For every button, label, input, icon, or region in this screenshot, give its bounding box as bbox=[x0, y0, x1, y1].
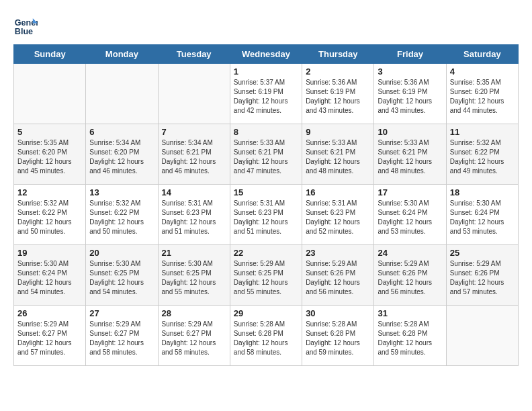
calendar-cell: 27Sunrise: 5:29 AM Sunset: 6:27 PM Dayli… bbox=[86, 306, 158, 366]
calendar-cell: 16Sunrise: 5:31 AM Sunset: 6:23 PM Dayli… bbox=[302, 185, 374, 245]
calendar-header-row: SundayMondayTuesdayWednesdayThursdayFrid… bbox=[14, 45, 519, 64]
day-number: 6 bbox=[89, 127, 154, 137]
calendar-week-row: 26Sunrise: 5:29 AM Sunset: 6:27 PM Dayli… bbox=[14, 306, 519, 366]
day-number: 24 bbox=[378, 248, 442, 258]
day-number: 29 bbox=[234, 308, 298, 318]
calendar-cell: 25Sunrise: 5:29 AM Sunset: 6:26 PM Dayli… bbox=[446, 245, 518, 306]
day-number: 25 bbox=[450, 248, 515, 258]
calendar-cell: 2Sunrise: 5:36 AM Sunset: 6:19 PM Daylig… bbox=[302, 64, 374, 124]
calendar-cell: 26Sunrise: 5:29 AM Sunset: 6:27 PM Dayli… bbox=[14, 306, 86, 366]
calendar-cell: 21Sunrise: 5:30 AM Sunset: 6:25 PM Dayli… bbox=[158, 245, 230, 306]
day-number: 28 bbox=[162, 308, 226, 318]
day-number: 13 bbox=[89, 187, 154, 197]
day-info: Sunrise: 5:36 AM Sunset: 6:19 PM Dayligh… bbox=[306, 78, 370, 116]
calendar-cell bbox=[446, 306, 518, 366]
calendar-cell: 11Sunrise: 5:32 AM Sunset: 6:22 PM Dayli… bbox=[446, 124, 518, 185]
day-of-week-header: Friday bbox=[374, 45, 446, 64]
logo: General Blue bbox=[13, 13, 40, 38]
day-info: Sunrise: 5:33 AM Sunset: 6:21 PM Dayligh… bbox=[306, 138, 370, 176]
calendar-cell: 10Sunrise: 5:33 AM Sunset: 6:21 PM Dayli… bbox=[374, 124, 446, 185]
day-of-week-header: Thursday bbox=[302, 45, 374, 64]
day-number: 14 bbox=[162, 187, 226, 197]
day-number: 4 bbox=[450, 66, 515, 77]
day-number: 20 bbox=[89, 248, 154, 258]
day-info: Sunrise: 5:28 AM Sunset: 6:28 PM Dayligh… bbox=[234, 320, 298, 357]
day-number: 3 bbox=[378, 66, 442, 77]
calendar-cell: 23Sunrise: 5:29 AM Sunset: 6:26 PM Dayli… bbox=[302, 245, 374, 306]
calendar-cell: 30Sunrise: 5:28 AM Sunset: 6:28 PM Dayli… bbox=[302, 306, 374, 366]
day-number: 2 bbox=[306, 66, 370, 77]
calendar-cell: 3Sunrise: 5:36 AM Sunset: 6:19 PM Daylig… bbox=[374, 64, 446, 124]
day-of-week-header: Wednesday bbox=[230, 45, 302, 64]
day-info: Sunrise: 5:29 AM Sunset: 6:26 PM Dayligh… bbox=[378, 259, 442, 297]
calendar-cell: 19Sunrise: 5:30 AM Sunset: 6:24 PM Dayli… bbox=[14, 245, 86, 306]
day-number: 22 bbox=[234, 248, 298, 258]
day-info: Sunrise: 5:36 AM Sunset: 6:19 PM Dayligh… bbox=[378, 78, 442, 116]
day-info: Sunrise: 5:30 AM Sunset: 6:24 PM Dayligh… bbox=[17, 259, 82, 297]
day-info: Sunrise: 5:32 AM Sunset: 6:22 PM Dayligh… bbox=[89, 199, 154, 236]
calendar-week-row: 5Sunrise: 5:35 AM Sunset: 6:20 PM Daylig… bbox=[14, 124, 519, 185]
calendar-cell: 6Sunrise: 5:34 AM Sunset: 6:20 PM Daylig… bbox=[86, 124, 158, 185]
day-info: Sunrise: 5:29 AM Sunset: 6:27 PM Dayligh… bbox=[17, 320, 82, 357]
calendar-cell bbox=[158, 64, 230, 124]
day-info: Sunrise: 5:30 AM Sunset: 6:24 PM Dayligh… bbox=[378, 199, 442, 236]
day-of-week-header: Saturday bbox=[446, 45, 518, 64]
calendar-cell: 9Sunrise: 5:33 AM Sunset: 6:21 PM Daylig… bbox=[302, 124, 374, 185]
day-number: 27 bbox=[89, 308, 154, 318]
calendar-cell: 24Sunrise: 5:29 AM Sunset: 6:26 PM Dayli… bbox=[374, 245, 446, 306]
day-info: Sunrise: 5:34 AM Sunset: 6:20 PM Dayligh… bbox=[89, 138, 154, 176]
day-number: 15 bbox=[234, 187, 298, 197]
calendar-week-row: 1Sunrise: 5:37 AM Sunset: 6:19 PM Daylig… bbox=[14, 64, 519, 124]
day-info: Sunrise: 5:33 AM Sunset: 6:21 PM Dayligh… bbox=[234, 138, 298, 176]
calendar-cell: 20Sunrise: 5:30 AM Sunset: 6:25 PM Dayli… bbox=[86, 245, 158, 306]
day-number: 23 bbox=[306, 248, 370, 258]
calendar-cell: 31Sunrise: 5:28 AM Sunset: 6:28 PM Dayli… bbox=[374, 306, 446, 366]
day-number: 12 bbox=[17, 187, 82, 197]
calendar-cell: 4Sunrise: 5:35 AM Sunset: 6:20 PM Daylig… bbox=[446, 64, 518, 124]
day-info: Sunrise: 5:35 AM Sunset: 6:20 PM Dayligh… bbox=[450, 78, 515, 116]
day-info: Sunrise: 5:28 AM Sunset: 6:28 PM Dayligh… bbox=[378, 320, 442, 357]
day-info: Sunrise: 5:28 AM Sunset: 6:28 PM Dayligh… bbox=[306, 320, 370, 357]
day-info: Sunrise: 5:30 AM Sunset: 6:24 PM Dayligh… bbox=[450, 199, 515, 236]
calendar-cell: 7Sunrise: 5:34 AM Sunset: 6:21 PM Daylig… bbox=[158, 124, 230, 185]
day-info: Sunrise: 5:31 AM Sunset: 6:23 PM Dayligh… bbox=[306, 199, 370, 236]
day-number: 1 bbox=[234, 66, 298, 77]
calendar-cell: 17Sunrise: 5:30 AM Sunset: 6:24 PM Dayli… bbox=[374, 185, 446, 245]
calendar-week-row: 12Sunrise: 5:32 AM Sunset: 6:22 PM Dayli… bbox=[14, 185, 519, 245]
calendar-cell: 22Sunrise: 5:29 AM Sunset: 6:25 PM Dayli… bbox=[230, 245, 302, 306]
day-info: Sunrise: 5:32 AM Sunset: 6:22 PM Dayligh… bbox=[17, 199, 82, 236]
day-info: Sunrise: 5:33 AM Sunset: 6:21 PM Dayligh… bbox=[378, 138, 442, 176]
day-info: Sunrise: 5:35 AM Sunset: 6:20 PM Dayligh… bbox=[17, 138, 82, 176]
day-info: Sunrise: 5:29 AM Sunset: 6:27 PM Dayligh… bbox=[162, 320, 226, 357]
day-number: 16 bbox=[306, 187, 370, 197]
calendar-cell: 1Sunrise: 5:37 AM Sunset: 6:19 PM Daylig… bbox=[230, 64, 302, 124]
day-number: 18 bbox=[450, 187, 515, 197]
calendar-cell: 29Sunrise: 5:28 AM Sunset: 6:28 PM Dayli… bbox=[230, 306, 302, 366]
calendar-week-row: 19Sunrise: 5:30 AM Sunset: 6:24 PM Dayli… bbox=[14, 245, 519, 306]
day-number: 9 bbox=[306, 127, 370, 137]
day-info: Sunrise: 5:37 AM Sunset: 6:19 PM Dayligh… bbox=[234, 78, 298, 116]
day-number: 11 bbox=[450, 127, 515, 137]
day-info: Sunrise: 5:34 AM Sunset: 6:21 PM Dayligh… bbox=[162, 138, 226, 176]
day-number: 17 bbox=[378, 187, 442, 197]
day-of-week-header: Sunday bbox=[14, 45, 86, 64]
day-of-week-header: Tuesday bbox=[158, 45, 230, 64]
day-info: Sunrise: 5:30 AM Sunset: 6:25 PM Dayligh… bbox=[162, 259, 226, 297]
day-info: Sunrise: 5:29 AM Sunset: 6:26 PM Dayligh… bbox=[450, 259, 515, 297]
day-number: 7 bbox=[162, 127, 226, 137]
day-number: 5 bbox=[17, 127, 82, 137]
day-number: 26 bbox=[17, 308, 82, 318]
calendar-cell: 14Sunrise: 5:31 AM Sunset: 6:23 PM Dayli… bbox=[158, 185, 230, 245]
day-info: Sunrise: 5:29 AM Sunset: 6:25 PM Dayligh… bbox=[234, 259, 298, 297]
day-info: Sunrise: 5:31 AM Sunset: 6:23 PM Dayligh… bbox=[234, 199, 298, 236]
day-number: 10 bbox=[378, 127, 442, 137]
day-info: Sunrise: 5:30 AM Sunset: 6:25 PM Dayligh… bbox=[89, 259, 154, 297]
calendar-cell: 15Sunrise: 5:31 AM Sunset: 6:23 PM Dayli… bbox=[230, 185, 302, 245]
calendar-cell bbox=[14, 64, 86, 124]
calendar-cell: 8Sunrise: 5:33 AM Sunset: 6:21 PM Daylig… bbox=[230, 124, 302, 185]
svg-text:Blue: Blue bbox=[15, 27, 33, 36]
day-number: 30 bbox=[306, 308, 370, 318]
calendar-cell: 5Sunrise: 5:35 AM Sunset: 6:20 PM Daylig… bbox=[14, 124, 86, 185]
day-number: 8 bbox=[234, 127, 298, 137]
calendar-cell bbox=[86, 64, 158, 124]
